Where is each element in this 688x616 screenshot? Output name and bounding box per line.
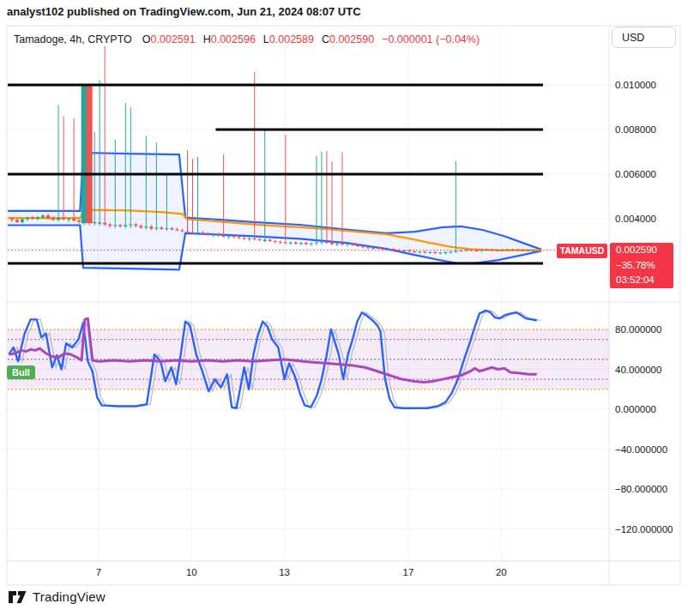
price-pane xyxy=(8,46,544,269)
frame-layer xyxy=(7,26,680,585)
chart-canvas[interactable] xyxy=(0,0,688,616)
grid-layer xyxy=(8,27,609,561)
published-chart-page: analyst102 published on TradingView.com,… xyxy=(0,0,688,616)
oscillator-pane xyxy=(8,311,609,408)
